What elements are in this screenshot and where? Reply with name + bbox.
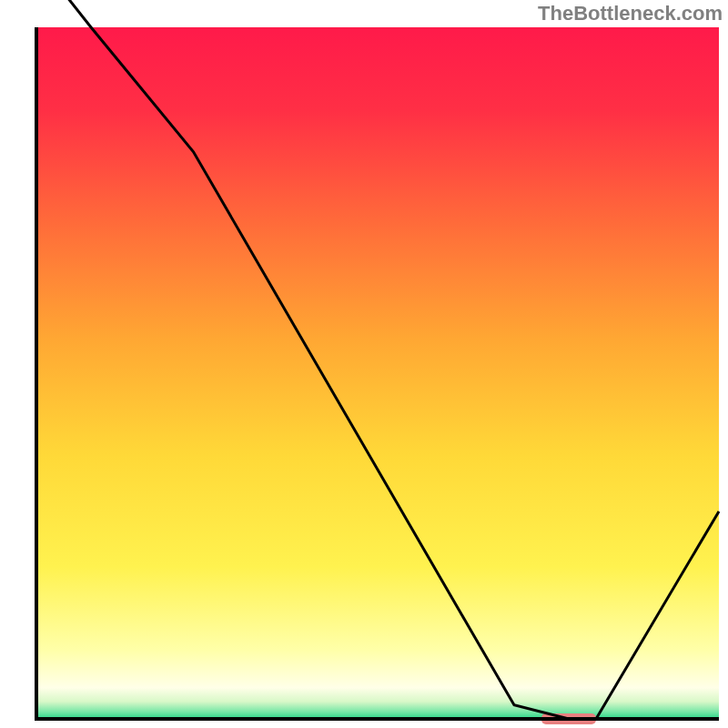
chart-svg — [0, 0, 728, 728]
watermark-text: TheBottleneck.com — [538, 2, 723, 25]
bottleneck-chart — [0, 0, 728, 728]
plot-background — [36, 27, 719, 719]
